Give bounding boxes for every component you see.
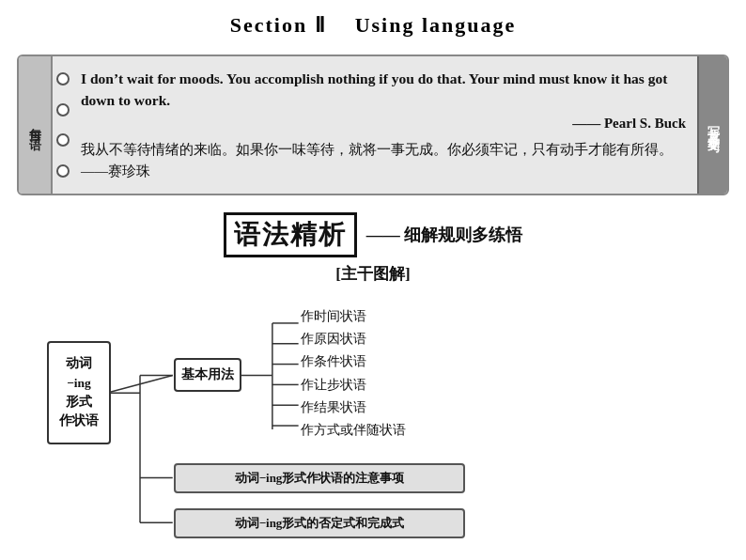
diagram-area: 动词−ing形式作状语 基本用法 作时间状语 作原因状语 作条件状语 作让步状语… [28,294,718,560]
section-label: Section [230,13,307,37]
mid-box: 基本用法 [174,358,241,392]
quote-author: —— Pearl S. Buck [81,116,686,132]
right-item-1: 作时间状语 [301,307,406,326]
right-item-2: 作原因状语 [301,330,406,349]
quote-chinese: 我从不等待情绪的来临。如果你一味等待，就将一事无成。你必须牢记，只有动手才能有所… [81,139,686,182]
left-box: 动词−ing形式作状语 [47,341,111,444]
section-roman: Ⅱ [315,13,327,37]
quote-rings [53,56,73,194]
grammar-title-box: 语法精析 —— 细解规则多练悟 [224,212,523,257]
bottom-box-1-text: 动词−ing形式作状语的注意事项 [235,470,405,487]
section-title: Using language [355,13,517,37]
ring-4 [56,164,70,178]
bottom-box-1: 动词−ing形式作状语的注意事项 [174,463,465,493]
right-item-4: 作让步状语 [301,376,406,395]
right-item-3: 作条件状语 [301,352,406,371]
right-tab-text: 写背亮金文句 [705,117,722,133]
left-tab-text: 每日一语 [25,117,45,132]
grammar-cn-title: 语法精析 [224,212,357,257]
quote-section: 每日一语 I don’t wait for moods. You accompl… [17,54,729,195]
diagram-label: [主干图解] [0,263,746,285]
bottom-box-2-text: 动词−ing形式的否定式和完成式 [235,515,405,532]
ring-2 [56,103,70,117]
right-items-list: 作时间状语 作原因状语 作条件状语 作让步状语 作结果状语 作方式或伴随状语 [301,307,406,441]
svg-line-0 [110,375,172,392]
grammar-subtitle: —— 细解规则多练悟 [366,224,523,246]
bottom-box-2: 动词−ing形式的否定式和完成式 [174,508,465,538]
mid-box-text: 基本用法 [181,366,234,383]
ring-3 [56,133,70,147]
quote-content: I don’t wait for moods. You accomplish n… [73,56,697,194]
left-tab: 每日一语 [19,56,53,194]
left-box-text: 动词−ing形式作状语 [59,354,99,430]
quote-english: I don’t wait for moods. You accomplish n… [81,68,686,112]
diagram-label-text: [主干图解] [335,265,410,283]
right-tab: 写背亮金文句 [697,56,727,194]
grammar-title-area: 语法精析 —— 细解规则多练悟 [0,212,746,257]
page-header: Section Ⅱ Using language [0,0,746,47]
right-item-6: 作方式或伴随状语 [301,421,406,440]
ring-1 [56,72,70,86]
right-item-5: 作结果状语 [301,398,406,417]
